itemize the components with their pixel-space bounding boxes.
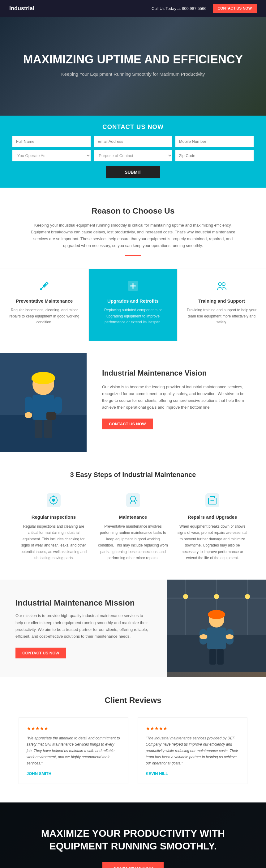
- reviewer-name-2: KEVIN HILL: [146, 771, 239, 776]
- step-desc-3: When equipment breaks down or shows sign…: [177, 523, 247, 561]
- steps-row: Regular Inspections Regular inspections …: [19, 491, 247, 561]
- header-cta-button[interactable]: CONTACT US NOW: [213, 4, 257, 13]
- svg-point-31: [245, 594, 250, 599]
- step-desc-1: Regular inspections and cleaning are cri…: [19, 523, 89, 561]
- card-icon-people: [214, 278, 230, 294]
- stars-2: ★★★★★: [146, 725, 239, 732]
- svg-rect-40: [207, 634, 226, 639]
- svg-point-12: [25, 412, 32, 418]
- mission-heading: Industrial Maintenance Mission: [16, 598, 152, 608]
- reason-section: Reason to Choose Us Keeping your industr…: [0, 188, 266, 353]
- step-icon-3: [203, 491, 222, 510]
- hero-title: MAXIMIZING UPTIME AND EFFICIENCY: [23, 53, 243, 67]
- mobile-input[interactable]: [175, 136, 254, 147]
- review-text-1: "We appreciate the attention to detail a…: [27, 735, 120, 767]
- card-title-2: Upgrades and Retrofits: [97, 298, 170, 304]
- step-icon-2: [124, 491, 142, 510]
- reviews-heading: Client Reviews: [19, 695, 247, 705]
- reason-description: Keeping your industrial equipment runnin…: [28, 222, 238, 249]
- email-input[interactable]: [94, 136, 172, 147]
- svg-point-39: [226, 634, 234, 639]
- svg-rect-5: [0, 415, 87, 452]
- reviews-row: ★★★★★ "We appreciate the attention to de…: [19, 717, 247, 784]
- steps-section: 3 Easy Steps of Industrial Maintenance R…: [0, 452, 266, 580]
- svg-rect-41: [209, 649, 216, 664]
- cta-bottom-button[interactable]: CONTACT US NOW: [102, 862, 164, 868]
- svg-point-2: [218, 282, 221, 286]
- card-desc-2: Replacing outdated components or upgradi…: [97, 307, 170, 325]
- svg-point-30: [214, 594, 219, 599]
- cta-bottom-section: MAXIMIZE YOUR PRODUCTIVITY WITH EQUIPMEN…: [0, 803, 266, 868]
- svg-point-18: [52, 499, 55, 502]
- svg-rect-19: [126, 493, 140, 507]
- operate-as-select[interactable]: You Operate As: [12, 150, 91, 161]
- review-card-1: ★★★★★ "We appreciate the attention to de…: [19, 717, 128, 784]
- header: Industrial Call Us Today at 800.987.5566…: [0, 0, 266, 17]
- mission-image-inner: [167, 580, 266, 677]
- header-right: Call Us Today at 800.987.5566 CONTACT US…: [152, 4, 257, 13]
- vision-content: Industrial Maintenance Vision Our vision…: [87, 353, 266, 452]
- svg-rect-13: [47, 412, 56, 420]
- card-desc-3: Providing training and support to help y…: [185, 307, 258, 325]
- card-upgrades: Upgrades and Retrofits Replacing outdate…: [89, 269, 178, 341]
- step-inspections: Regular Inspections Regular inspections …: [19, 491, 89, 561]
- steps-heading: 3 Easy Steps of Industrial Maintenance: [19, 471, 247, 479]
- card-icon-plus: [125, 278, 141, 294]
- cards-row: Preventative Maintenance Regular inspect…: [0, 269, 266, 341]
- step-title-1: Regular Inspections: [19, 515, 89, 520]
- svg-point-0: [40, 288, 42, 290]
- svg-rect-42: [217, 649, 224, 664]
- svg-point-38: [200, 634, 208, 639]
- submit-button[interactable]: SUBMIT: [106, 166, 160, 178]
- reason-heading: Reason to Choose Us: [19, 206, 247, 216]
- step-maintenance: Maintenance Preventative maintenance inv…: [98, 491, 168, 561]
- hero-content: MAXIMIZING UPTIME AND EFFICIENCY Keeping…: [23, 53, 243, 86]
- vision-image-inner: [0, 353, 87, 452]
- card-preventative: Preventative Maintenance Regular inspect…: [0, 269, 89, 341]
- divider: [125, 255, 141, 256]
- mission-cta-button[interactable]: CONTACT US NOW: [16, 648, 66, 658]
- svg-rect-14: [35, 420, 42, 438]
- svg-rect-34: [208, 614, 225, 616]
- svg-point-3: [222, 282, 225, 286]
- vision-heading: Industrial Maintenance Vision: [102, 369, 250, 377]
- step-icon-1: [44, 491, 63, 510]
- svg-point-29: [183, 594, 188, 599]
- review-text-2: "The industrial maintenance services pro…: [146, 735, 239, 767]
- reviews-section: Client Reviews ★★★★★ "We appreciate the …: [0, 677, 266, 803]
- hero-section: MAXIMIZING UPTIME AND EFFICIENCY Keeping…: [0, 17, 266, 116]
- svg-rect-8: [32, 377, 55, 380]
- card-title-3: Training and Support: [185, 298, 258, 304]
- mission-description: Our mission is to provide high-quality i…: [16, 612, 152, 640]
- vision-cta-button[interactable]: CONTACT US NOW: [102, 418, 153, 429]
- svg-rect-10: [25, 397, 32, 413]
- svg-rect-11: [54, 397, 62, 413]
- contact-form-heading: CONTACT US NOW: [12, 123, 254, 130]
- card-icon-wrench: [36, 278, 52, 294]
- reviewer-name-1: JOHN SMITH: [27, 771, 120, 776]
- hero-subtitle: Keeping Your Equipment Running Smoothly …: [23, 71, 243, 77]
- full-name-input[interactable]: [12, 136, 91, 147]
- review-card-2: ★★★★★ "The industrial maintenance servic…: [138, 717, 247, 784]
- step-title-2: Maintenance: [98, 515, 168, 520]
- form-row-1: [12, 136, 254, 147]
- step-title-3: Repairs and Upgrades: [177, 515, 247, 520]
- vision-description: Our vision is to become the leading prov…: [102, 383, 250, 411]
- contact-form-section: CONTACT US NOW You Operate As Purpose of…: [0, 116, 266, 188]
- card-title-1: Preventative Maintenance: [8, 298, 81, 304]
- step-repairs: Repairs and Upgrades When equipment brea…: [177, 491, 247, 561]
- cta-bottom-heading: MAXIMIZE YOUR PRODUCTIVITY WITH EQUIPMEN…: [19, 827, 247, 853]
- purpose-select[interactable]: Purpose of Contact: [94, 150, 172, 161]
- logo: Industrial: [9, 5, 34, 12]
- svg-rect-15: [44, 420, 52, 438]
- stars-1: ★★★★★: [27, 725, 120, 732]
- card-desc-1: Regular inspections, cleaning, and minor…: [8, 307, 81, 325]
- mission-image: [167, 580, 266, 677]
- mission-content: Industrial Maintenance Mission Our missi…: [0, 580, 167, 677]
- vision-image: [0, 353, 87, 452]
- zip-input[interactable]: [175, 150, 254, 161]
- phone-number: Call Us Today at 800.987.5566: [152, 6, 207, 11]
- step-desc-2: Preventative maintenance involves perfor…: [98, 523, 168, 561]
- mission-section: Industrial Maintenance Mission Our missi…: [0, 580, 266, 677]
- form-row-2: You Operate As Purpose of Contact: [12, 150, 254, 161]
